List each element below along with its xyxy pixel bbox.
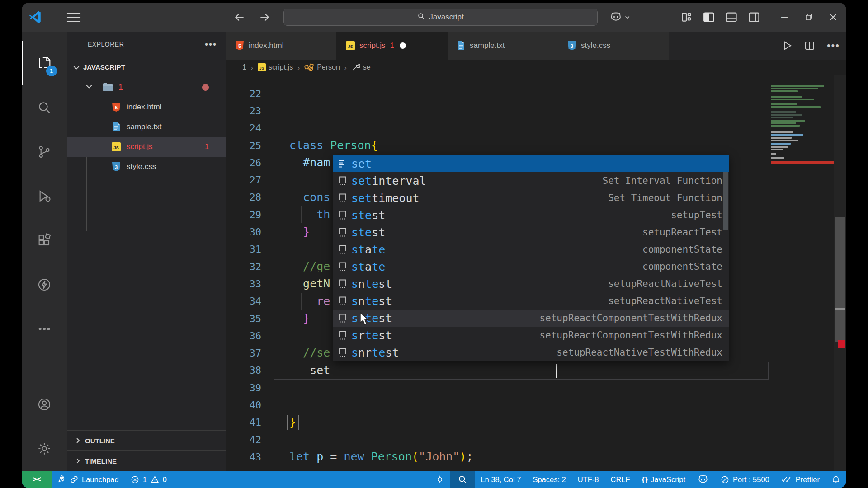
- suggestion-state[interactable]: statecomponentState: [333, 241, 729, 258]
- line-number[interactable]: 32: [226, 261, 261, 272]
- line-number[interactable]: 35: [226, 313, 261, 324]
- line-number[interactable]: 36: [226, 330, 261, 342]
- tab-sample.txt[interactable]: sample.txt: [448, 32, 558, 60]
- forward-arrow-icon[interactable]: [255, 3, 274, 32]
- eol-item[interactable]: CRLF: [605, 471, 636, 488]
- breadcrumb-se[interactable]: se: [351, 63, 371, 72]
- line-number[interactable]: 40: [226, 399, 261, 411]
- outline-panel-header[interactable]: OUTLINE: [67, 430, 226, 450]
- notifications-bell-icon[interactable]: [826, 471, 846, 488]
- line-number[interactable]: 34: [226, 296, 261, 307]
- suggestion-set[interactable]: set: [333, 155, 729, 172]
- suggestion-stest[interactable]: stestsetupTest: [333, 206, 729, 224]
- code-line-25[interactable]: 25class Person{: [226, 137, 846, 154]
- line-number[interactable]: 27: [226, 174, 261, 186]
- editor-more-actions[interactable]: •••: [827, 40, 840, 52]
- toggle-panel-icon[interactable]: [721, 3, 742, 32]
- suggestion-stest[interactable]: stestsetupReactTest: [333, 224, 729, 241]
- code-line-39[interactable]: 39: [226, 379, 846, 396]
- remote-indicator[interactable]: ><: [22, 471, 52, 488]
- tree-folder-row[interactable]: 1: [67, 77, 226, 97]
- close-button[interactable]: [823, 3, 844, 32]
- breadcrumb-1[interactable]: 1: [242, 63, 246, 71]
- customize-layout-icon[interactable]: [676, 3, 697, 32]
- suggestion-sntest[interactable]: sntestsetupReactNativeTest: [333, 275, 729, 292]
- tab-script.js[interactable]: JSscript.js1: [337, 32, 448, 60]
- workspace-section[interactable]: JAVASCRIPT: [67, 57, 226, 77]
- line-number[interactable]: 37: [226, 347, 261, 359]
- line-number[interactable]: 22: [226, 88, 261, 99]
- suggestion-state[interactable]: statecomponentState: [333, 258, 729, 275]
- line-number[interactable]: 42: [226, 434, 261, 446]
- line-number[interactable]: 25: [226, 140, 261, 151]
- file-row-sample.txt[interactable]: sample.txt: [67, 117, 226, 137]
- port-item[interactable]: Port : 5500: [715, 471, 775, 488]
- activity-settings[interactable]: [22, 427, 67, 471]
- copilot-status-icon[interactable]: [691, 471, 715, 488]
- line-number[interactable]: 43: [226, 451, 261, 463]
- activity-explorer[interactable]: 1: [22, 41, 67, 85]
- line-number[interactable]: 33: [226, 278, 261, 290]
- line-number[interactable]: 28: [226, 192, 261, 203]
- cursor-position-item[interactable]: Ln 38, Col 7: [475, 471, 527, 488]
- split-editor-button[interactable]: [804, 40, 815, 51]
- explorer-more-icon[interactable]: •••: [205, 39, 217, 50]
- activity-account[interactable]: [22, 382, 67, 427]
- restore-button[interactable]: [798, 3, 819, 32]
- code-line-40[interactable]: 40: [226, 396, 846, 413]
- editor-scrollbar[interactable]: [834, 75, 846, 471]
- activity-thunder-client[interactable]: [22, 263, 67, 307]
- file-row-index.html[interactable]: 5index.html: [67, 97, 226, 117]
- tab-style.css[interactable]: 3style.css: [558, 32, 669, 60]
- line-number[interactable]: 38: [226, 365, 261, 376]
- suggestion-setinterval[interactable]: setintervalSet Interval Function: [333, 172, 729, 189]
- activity-search[interactable]: [22, 85, 67, 130]
- language-mode-item[interactable]: { } JavaScript: [636, 471, 691, 488]
- activity-run-debug[interactable]: [22, 174, 67, 218]
- suggestion-snrtest[interactable]: snrtestsetupReactNativeTestWithRedux: [333, 344, 729, 361]
- code-line-41[interactable]: 41}: [226, 414, 846, 431]
- code-line-38[interactable]: 38 set: [226, 362, 846, 379]
- formatter-item[interactable]: Prettier: [775, 471, 826, 488]
- run-code-button[interactable]: [782, 40, 793, 51]
- suggestion-srtest[interactable]: srtestsetupReactComponentTestWithRedux: [333, 327, 729, 344]
- line-number[interactable]: 23: [226, 105, 261, 117]
- line-number[interactable]: 29: [226, 209, 261, 221]
- line-number[interactable]: 30: [226, 226, 261, 238]
- minimap[interactable]: [769, 75, 834, 471]
- suggestion-settimeout[interactable]: settimeoutSet Timeout Function: [333, 189, 729, 206]
- search-input[interactable]: Javascript: [283, 9, 598, 26]
- suggestion-sntest[interactable]: sntestsetupReactNativeTest: [333, 292, 729, 310]
- tab-index.html[interactable]: 5index.html: [226, 32, 337, 60]
- timeline-panel-header[interactable]: TIMELINE: [67, 450, 226, 471]
- minimize-button[interactable]: ─: [774, 3, 795, 32]
- scrollbar-thumb[interactable]: [835, 217, 845, 342]
- line-number[interactable]: 26: [226, 157, 261, 169]
- copilot-icon[interactable]: [609, 3, 630, 32]
- toggle-primary-sidebar-icon[interactable]: [698, 3, 719, 32]
- screencast-target-icon[interactable]: [429, 471, 450, 488]
- line-number[interactable]: 31: [226, 244, 261, 255]
- line-number[interactable]: 24: [226, 122, 261, 134]
- line-number[interactable]: 41: [226, 417, 261, 428]
- breadcrumb-Person[interactable]: Person: [304, 63, 340, 71]
- back-arrow-icon[interactable]: [231, 3, 249, 32]
- suggestion-srtest[interactable]: srtestsetupReactComponentTestWithRedux: [333, 310, 729, 327]
- code-line-24[interactable]: 24: [226, 120, 846, 137]
- activity-more-actions[interactable]: [22, 307, 67, 351]
- indentation-item[interactable]: Spaces: 2: [527, 471, 571, 488]
- encoding-item[interactable]: UTF-8: [572, 471, 605, 488]
- launchpad-item[interactable]: Launchpad: [52, 471, 125, 488]
- activity-source-control[interactable]: [22, 130, 67, 174]
- code-editor[interactable]: 22232425class Person{26 #nam2728 cons29 …: [226, 75, 846, 471]
- menu-icon[interactable]: [66, 3, 81, 32]
- zoom-indicator[interactable]: [450, 471, 475, 488]
- code-line-42[interactable]: 42: [226, 431, 846, 448]
- dirty-indicator[interactable]: [400, 42, 406, 49]
- activity-extensions[interactable]: [22, 218, 67, 263]
- line-number[interactable]: 39: [226, 382, 261, 394]
- breadcrumb-script.js[interactable]: JSscript.js: [258, 63, 293, 71]
- file-row-style.css[interactable]: 3style.css: [67, 157, 226, 177]
- file-row-script.js[interactable]: JSscript.js1: [67, 137, 226, 157]
- code-line-22[interactable]: 22: [226, 85, 846, 102]
